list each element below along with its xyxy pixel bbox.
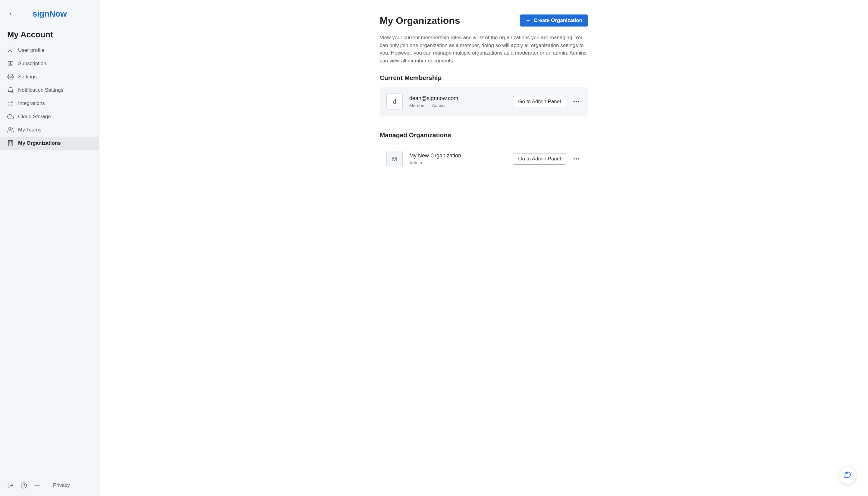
role-member: Member [409, 103, 426, 108]
sidebar-header: signNow [0, 0, 99, 26]
svg-point-4 [10, 76, 12, 78]
org-role: Admin [409, 160, 513, 165]
more-icon[interactable] [34, 482, 41, 489]
svg-rect-11 [9, 140, 13, 146]
sidebar-section-title: My Account [0, 26, 99, 44]
org-name: My New Organization [409, 153, 513, 159]
create-button-label: Create Organization [534, 17, 582, 24]
plus-icon [526, 18, 531, 23]
svg-point-10 [9, 127, 11, 130]
sidebar-item-label: Subscription [18, 61, 46, 67]
dollar-icon [7, 60, 14, 67]
svg-point-5 [12, 91, 13, 93]
sidebar-item-label: User profile [18, 47, 44, 53]
org-roles: Member|Admin [409, 103, 513, 108]
sidebar-item-label: Integrations [18, 100, 45, 106]
sidebar-item-label: Settings [18, 74, 36, 80]
logout-icon[interactable] [7, 482, 14, 489]
svg-rect-6 [8, 101, 10, 103]
create-organization-button[interactable]: Create Organization [520, 14, 588, 27]
role-admin: Admin [432, 103, 445, 108]
svg-point-34 [578, 158, 579, 159]
more-options-button[interactable] [571, 154, 581, 164]
managed-org-card: M My New Organization Admin Go to Admin … [380, 144, 588, 174]
svg-point-31 [578, 101, 579, 102]
admin-panel-button[interactable]: Go to Admin Panel [513, 96, 566, 107]
chat-icon [843, 471, 851, 480]
svg-point-32 [573, 158, 575, 159]
sidebar-item-label: My Organizations [18, 140, 61, 146]
sidebar-item-label: Cloud Storage [18, 114, 51, 120]
sidebar-item-cloud-storage[interactable]: Cloud Storage [0, 110, 99, 123]
svg-point-26 [38, 485, 40, 486]
svg-point-29 [573, 101, 575, 102]
svg-point-30 [575, 101, 577, 102]
svg-point-0 [9, 48, 11, 50]
svg-rect-8 [8, 104, 10, 106]
svg-rect-7 [11, 101, 13, 103]
nav-list: User profile Subscription Settings Notif… [0, 44, 99, 477]
help-icon[interactable] [20, 482, 27, 489]
sidebar-footer: Privacy [0, 477, 99, 496]
back-chevron-icon[interactable] [7, 10, 14, 17]
org-info: dean@signnow.com Member|Admin [409, 95, 513, 108]
integrations-icon [7, 100, 14, 107]
sidebar-item-integrations[interactable]: Integrations [0, 97, 99, 110]
bell-gear-icon [7, 87, 14, 93]
svg-point-33 [575, 158, 577, 159]
sidebar-item-my-organizations[interactable]: My Organizations [0, 137, 99, 150]
avatar: M [386, 151, 403, 167]
sidebar-item-notification-settings[interactable]: Notification Settings [0, 83, 99, 97]
sidebar-item-my-teams[interactable]: My Teams [0, 123, 99, 137]
chat-fab-button[interactable] [839, 467, 856, 484]
sidebar-item-label: My Teams [18, 127, 41, 133]
avatar: d [386, 93, 403, 110]
svg-point-22 [21, 483, 27, 488]
org-info: My New Organization Admin [409, 153, 513, 165]
sidebar-item-subscription[interactable]: Subscription [0, 57, 99, 70]
managed-orgs-title: Managed Organizations [380, 131, 588, 139]
current-membership-title: Current Membership [380, 74, 588, 81]
page-description: View your current membership roles and a… [380, 34, 588, 64]
svg-point-24 [35, 485, 36, 486]
page-header: My Organizations Create Organization [380, 14, 588, 27]
building-icon [7, 140, 14, 146]
privacy-link[interactable]: Privacy [53, 482, 70, 489]
user-icon [7, 47, 14, 54]
main-content: My Organizations Create Organization Vie… [99, 0, 868, 496]
sidebar-item-label: Notification Settings [18, 87, 63, 93]
org-email: dean@signnow.com [409, 95, 513, 102]
role-separator: | [428, 103, 429, 108]
svg-point-25 [36, 485, 38, 486]
admin-panel-button[interactable]: Go to Admin Panel [513, 153, 566, 165]
page-title: My Organizations [380, 15, 460, 26]
svg-rect-9 [11, 104, 13, 106]
membership-card: d dean@signnow.com Member|Admin Go to Ad… [380, 87, 588, 117]
gear-icon [7, 74, 14, 80]
more-options-button[interactable] [571, 97, 581, 106]
sidebar-item-user-profile[interactable]: User profile [0, 44, 99, 57]
sidebar: signNow My Account User profile Subscrip… [0, 0, 99, 496]
sidebar-item-settings[interactable]: Settings [0, 70, 99, 83]
logo[interactable]: signNow [33, 9, 67, 19]
cloud-icon [7, 113, 14, 120]
users-icon [7, 127, 14, 133]
